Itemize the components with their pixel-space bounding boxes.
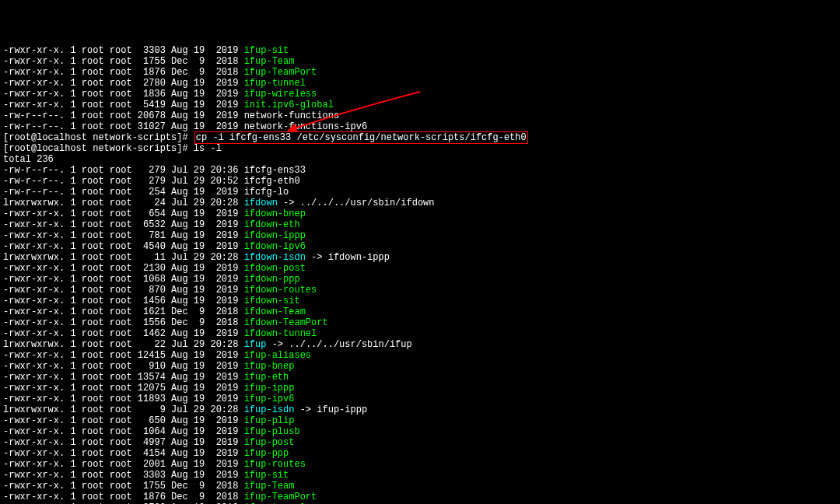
terminal-line: -rwxr-xr-x. 1 root root 650 Aug 19 2019 … <box>3 415 837 426</box>
terminal-line: -rwxr-xr-x. 1 root root 1621 Dec 9 2018 … <box>3 306 837 317</box>
terminal-line: -rwxr-xr-x. 1 root root 6532 Aug 19 2019… <box>3 219 837 230</box>
terminal-line: -rw-r--r--. 1 root root 254 Aug 19 2019 … <box>3 187 837 198</box>
terminal-line: -rwxr-xr-x. 1 root root 11893 Aug 19 201… <box>3 394 837 404</box>
terminal-line: [root@localhost network-scripts]# ls -l <box>3 143 837 154</box>
terminal-line: -rwxr-xr-x. 1 root root 4154 Aug 19 2019… <box>3 448 837 459</box>
terminal-line: lrwxrwxrwx. 1 root root 22 Jul 29 20:28 … <box>3 339 837 350</box>
terminal-output[interactable]: -rwxr-xr-x. 1 root root 3303 Aug 19 2019… <box>3 45 837 504</box>
terminal-line: -rwxr-xr-x. 1 root root 1462 Aug 19 2019… <box>3 328 837 339</box>
terminal-line: -rwxr-xr-x. 1 root root 3303 Aug 19 2019… <box>3 470 837 481</box>
terminal-line: -rwxr-xr-x. 1 root root 12075 Aug 19 201… <box>3 383 837 394</box>
terminal-line: -rwxr-xr-x. 1 root root 910 Aug 19 2019 … <box>3 361 837 372</box>
terminal-line: lrwxrwxrwx. 1 root root 24 Jul 29 20:28 … <box>3 198 837 208</box>
terminal-line: -rwxr-xr-x. 1 root root 1064 Aug 19 2019… <box>3 426 837 437</box>
terminal-line: -rwxr-xr-x. 1 root root 1876 Dec 9 2018 … <box>3 492 837 502</box>
terminal-line: -rw-r--r--. 1 root root 279 Jul 29 20:36… <box>3 165 837 176</box>
terminal-line: -rwxr-xr-x. 1 root root 3303 Aug 19 2019… <box>3 45 837 56</box>
terminal-line: -rwxr-xr-x. 1 root root 1556 Dec 9 2018 … <box>3 317 837 328</box>
terminal-line: -rwxr-xr-x. 1 root root 12415 Aug 19 201… <box>3 350 837 361</box>
terminal-line: -rwxr-xr-x. 1 root root 870 Aug 19 2019 … <box>3 285 837 296</box>
terminal-line: -rwxr-xr-x. 1 root root 1068 Aug 19 2019… <box>3 274 837 285</box>
terminal-line: -rwxr-xr-x. 1 root root 1755 Dec 9 2018 … <box>3 481 837 492</box>
terminal-line: -rwxr-xr-x. 1 root root 5419 Aug 19 2019… <box>3 100 837 110</box>
terminal-line: -rwxr-xr-x. 1 root root 654 Aug 19 2019 … <box>3 208 837 219</box>
terminal-line: -rwxr-xr-x. 1 root root 2001 Aug 19 2019… <box>3 459 837 470</box>
terminal-line: -rwxr-xr-x. 1 root root 4997 Aug 19 2019… <box>3 437 837 448</box>
terminal-line: -rwxr-xr-x. 1 root root 4540 Aug 19 2019… <box>3 241 837 252</box>
terminal-line: total 236 <box>3 154 837 165</box>
terminal-line: -rwxr-xr-x. 1 root root 2130 Aug 19 2019… <box>3 263 837 274</box>
terminal-line: [root@localhost network-scripts]# cp -i … <box>3 132 837 143</box>
terminal-line: -rwxr-xr-x. 1 root root 1456 Aug 19 2019… <box>3 296 837 306</box>
terminal-line: -rw-r--r--. 1 root root 31027 Aug 19 201… <box>3 121 837 132</box>
terminal-line: lrwxrwxrwx. 1 root root 11 Jul 29 20:28 … <box>3 252 837 263</box>
highlighted-command: cp -i ifcfg-ens33 /etc/sysconfig/network… <box>194 131 528 144</box>
terminal-line: -rwxr-xr-x. 1 root root 2780 Aug 19 2019… <box>3 78 837 89</box>
terminal-line: -rwxr-xr-x. 1 root root 1876 Dec 9 2018 … <box>3 67 837 78</box>
terminal-line: -rwxr-xr-x. 1 root root 781 Aug 19 2019 … <box>3 230 837 241</box>
terminal-line: -rwxr-xr-x. 1 root root 1836 Aug 19 2019… <box>3 89 837 100</box>
terminal-line: -rwxr-xr-x. 1 root root 13574 Aug 19 201… <box>3 372 837 383</box>
terminal-line: -rwxr-xr-x. 1 root root 1755 Dec 9 2018 … <box>3 56 837 67</box>
terminal-line: -rw-r--r--. 1 root root 279 Jul 29 20:52… <box>3 176 837 187</box>
terminal-line: lrwxrwxrwx. 1 root root 9 Jul 29 20:28 i… <box>3 404 837 415</box>
terminal-line: -rw-r--r--. 1 root root 20678 Aug 19 201… <box>3 110 837 121</box>
